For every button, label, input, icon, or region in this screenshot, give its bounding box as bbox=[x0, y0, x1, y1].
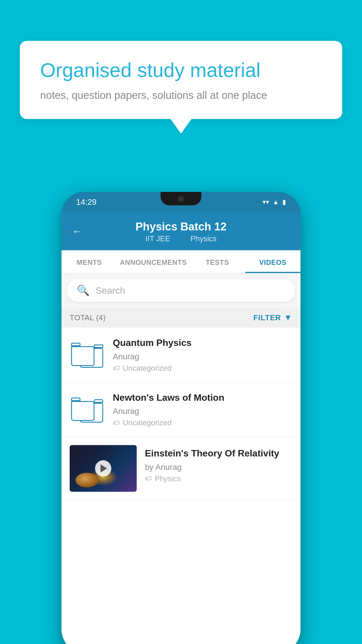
play-triangle-icon bbox=[101, 464, 107, 473]
tab-tests[interactable]: TESTS bbox=[189, 250, 245, 273]
header-subtitle-separator bbox=[179, 234, 183, 243]
einstein-title: Einstein's Theory Of Relativity bbox=[145, 447, 292, 460]
quantum-tag-label: Uncategorized bbox=[123, 364, 172, 373]
status-icons: ▾▾ ▲ ▮ bbox=[263, 198, 286, 206]
folder-back-tab bbox=[94, 344, 103, 348]
filter-icon: ▼ bbox=[284, 313, 292, 322]
filter-button[interactable]: FILTER ▼ bbox=[253, 313, 292, 322]
video-item-quantum[interactable]: Quantum Physics Anurag 🏷 Uncategorized bbox=[61, 328, 301, 382]
speech-bubble-arrow bbox=[171, 119, 191, 134]
signal-icon: ▲ bbox=[273, 198, 279, 206]
thumb-planet bbox=[75, 473, 99, 487]
folder-front-tab bbox=[71, 343, 80, 346]
folder-icon-newton bbox=[71, 396, 103, 423]
newton-tag: 🏷 Uncategorized bbox=[113, 418, 292, 427]
tag-icon: 🏷 bbox=[113, 419, 120, 427]
video-info-newton: Newton's Laws of Motion Anurag 🏷 Uncateg… bbox=[113, 392, 292, 428]
einstein-thumbnail bbox=[70, 445, 137, 492]
folder-front-tab bbox=[71, 398, 80, 401]
header-subtitle-part1: IIT JEE bbox=[145, 234, 170, 243]
folder-front bbox=[71, 401, 94, 421]
speech-bubble-title: Organised study material bbox=[40, 58, 322, 82]
total-count: TOTAL (4) bbox=[70, 313, 106, 322]
tab-videos[interactable]: VIDEOS bbox=[245, 250, 301, 273]
folder-front bbox=[71, 346, 94, 366]
quantum-title: Quantum Physics bbox=[113, 337, 292, 349]
search-bar[interactable]: 🔍 Search bbox=[67, 279, 295, 302]
tabs-bar: MENTS ANNOUNCEMENTS TESTS VIDEOS bbox=[61, 250, 301, 273]
video-item-einstein[interactable]: Einstein's Theory Of Relativity by Anura… bbox=[61, 437, 301, 500]
video-info-quantum: Quantum Physics Anurag 🏷 Uncategorized bbox=[113, 337, 292, 373]
video-thumbnail-quantum bbox=[70, 340, 105, 369]
phone-frame: 14:29 ▾▾ ▲ ▮ ← Physics Batch 12 IIT JEE … bbox=[61, 192, 301, 644]
notch bbox=[161, 192, 201, 205]
content-area: 🔍 Search TOTAL (4) FILTER ▼ bbox=[61, 273, 301, 644]
search-icon: 🔍 bbox=[77, 284, 90, 297]
speech-bubble: Organised study material notes, question… bbox=[20, 41, 342, 119]
folder-icon-quantum bbox=[71, 342, 103, 368]
einstein-author: by Anurag bbox=[145, 463, 292, 472]
video-item-newton[interactable]: Newton's Laws of Motion Anurag 🏷 Uncateg… bbox=[61, 382, 301, 437]
einstein-tag-label: Physics bbox=[155, 474, 181, 483]
video-info-einstein: Einstein's Theory Of Relativity by Anura… bbox=[145, 445, 292, 483]
header-title: Physics Batch 12 bbox=[136, 220, 227, 233]
status-time: 14:29 bbox=[76, 197, 96, 207]
einstein-tag: 🏷 Physics bbox=[145, 474, 292, 483]
video-thumbnail-newton bbox=[70, 395, 105, 424]
quantum-author: Anurag bbox=[113, 352, 292, 361]
newton-title: Newton's Laws of Motion bbox=[113, 392, 292, 404]
search-placeholder: Search bbox=[96, 285, 125, 296]
filter-label: FILTER bbox=[253, 313, 281, 322]
newton-tag-label: Uncategorized bbox=[123, 418, 172, 427]
speech-bubble-subtitle: notes, question papers, solutions all at… bbox=[40, 89, 322, 102]
header-subtitle: IIT JEE Physics bbox=[142, 234, 220, 243]
tab-announcements[interactable]: ANNOUNCEMENTS bbox=[117, 250, 189, 273]
speech-bubble-wrapper: Organised study material notes, question… bbox=[20, 41, 342, 134]
app-header: ← Physics Batch 12 IIT JEE Physics bbox=[61, 212, 301, 250]
battery-icon: ▮ bbox=[282, 198, 286, 206]
filter-bar: TOTAL (4) FILTER ▼ bbox=[61, 308, 301, 328]
tag-icon: 🏷 bbox=[145, 475, 152, 483]
folder-back-tab bbox=[94, 399, 103, 403]
newton-author: Anurag bbox=[113, 407, 292, 416]
tab-ments[interactable]: MENTS bbox=[61, 250, 117, 273]
quantum-tag: 🏷 Uncategorized bbox=[113, 364, 292, 373]
back-button[interactable]: ← bbox=[72, 225, 82, 237]
tag-icon: 🏷 bbox=[113, 364, 120, 372]
video-list: Quantum Physics Anurag 🏷 Uncategorized bbox=[61, 328, 301, 644]
status-bar: 14:29 ▾▾ ▲ ▮ bbox=[61, 192, 301, 212]
play-button[interactable] bbox=[95, 460, 111, 477]
header-subtitle-part2: Physics bbox=[190, 234, 217, 243]
wifi-icon: ▾▾ bbox=[263, 198, 269, 206]
camera-dot bbox=[178, 196, 184, 202]
